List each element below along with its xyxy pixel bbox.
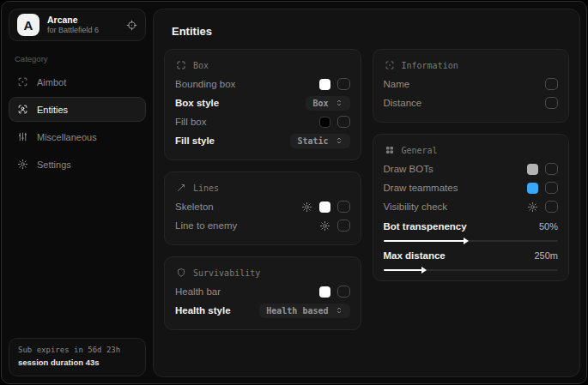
shield-icon	[176, 268, 186, 278]
health-style-dropdown[interactable]: Health based	[259, 304, 349, 318]
chevron-up-down-icon	[335, 99, 343, 107]
survivability-card: Survivability Health bar Health style He…	[164, 256, 361, 330]
health-style-row: Health style Health based	[175, 301, 350, 320]
sidebar-item-entities[interactable]: Entities	[9, 97, 146, 122]
session-duration-text: session duration 43s	[18, 357, 136, 369]
fill-box-checkbox[interactable]	[337, 116, 350, 128]
row-label: Max distance	[384, 250, 446, 261]
name-row: Name	[384, 75, 559, 93]
crosshair-icon[interactable]	[126, 20, 137, 31]
color-swatch[interactable]	[527, 183, 538, 194]
sidebar-item-label: Entities	[37, 105, 68, 115]
gear-icon	[17, 159, 28, 170]
line-to-enemy-gear-icon[interactable]	[319, 220, 330, 232]
sub-expiry-text: Sub expires in 56d 23h	[18, 345, 136, 357]
row-label: Bot transpenency	[384, 221, 467, 232]
bot-transparency-slider[interactable]	[384, 240, 559, 242]
row-label: Box style	[175, 98, 219, 108]
page-title: Entities	[172, 25, 569, 38]
app-window: A Arcane for Battlefield 6 Category Aimb…	[1, 1, 587, 384]
color-swatch[interactable]	[319, 202, 330, 213]
color-swatch[interactable]	[319, 117, 330, 128]
row-label: Visibility check	[384, 202, 448, 212]
distance-checkbox[interactable]	[545, 97, 558, 109]
row-label: Bounding box	[175, 79, 235, 89]
category-label: Category	[15, 54, 140, 63]
row-label: Draw teammates	[384, 183, 458, 193]
bot-transparency-control: Bot transpenency 50%	[384, 218, 559, 242]
row-label: Line to enemy	[175, 220, 237, 231]
color-swatch[interactable]	[319, 286, 330, 298]
chevron-up-down-icon	[335, 136, 343, 145]
subscription-card: Sub expires in 56d 23h session duration …	[9, 338, 146, 376]
box-style-dropdown[interactable]: Box	[306, 96, 349, 111]
skeleton-row: Skeleton	[175, 197, 350, 216]
slider-value: 250m	[534, 250, 558, 261]
fill-style-dropdown[interactable]: Static	[290, 134, 349, 148]
lines-card: Lines Skeleton Line to enem	[164, 171, 361, 245]
sidebar-item-label: Aimbot	[37, 77, 66, 87]
sidebar: A Arcane for Battlefield 6 Category Aimb…	[2, 2, 153, 383]
row-label: Health style	[175, 305, 231, 316]
general-card: General Draw BOTs Draw teammates	[373, 134, 570, 281]
dropdown-value: Box	[312, 99, 328, 108]
draw-bots-row: Draw BOTs	[384, 159, 559, 178]
draw-teammates-row: Draw teammates	[384, 178, 559, 197]
name-checkbox[interactable]	[545, 78, 558, 90]
sliders-icon	[17, 131, 28, 142]
brand-subtitle: for Battlefield 6	[47, 26, 99, 35]
bounding-box-row: Bounding box	[175, 75, 350, 93]
slider-value: 50%	[539, 221, 558, 232]
fill-style-row: Fill style Static	[175, 131, 350, 150]
fill-box-row: Fill box	[175, 112, 350, 131]
sidebar-item-aimbot[interactable]: Aimbot	[9, 69, 146, 94]
sidebar-item-miscellaneous[interactable]: Miscellaneous	[9, 124, 146, 149]
sidebar-item-settings[interactable]: Settings	[9, 152, 146, 177]
visibility-check-checkbox[interactable]	[545, 201, 558, 213]
draw-bots-checkbox[interactable]	[545, 163, 558, 175]
max-distance-control: Max distance 250m	[384, 247, 559, 271]
dropdown-value: Static	[297, 136, 328, 146]
main-panel: Entities Box Bounding box	[153, 9, 580, 377]
brand-card: A Arcane for Battlefield 6	[9, 9, 146, 41]
chevron-up-down-icon	[335, 306, 343, 315]
max-distance-row: Max distance 250m	[384, 247, 559, 264]
dropdown-value: Health based	[266, 306, 328, 316]
row-label: Health bar	[175, 286, 221, 297]
row-label: Name	[384, 79, 410, 89]
box-card: Box Bounding box Box style Box	[164, 49, 361, 160]
skeleton-checkbox[interactable]	[337, 201, 350, 213]
distance-row: Distance	[384, 93, 559, 112]
card-title: Survivability	[193, 268, 260, 278]
visibility-gear-icon[interactable]	[527, 202, 538, 213]
grid-icon	[385, 145, 395, 155]
box-style-row: Box style Box	[175, 93, 350, 112]
row-label: Fill style	[175, 135, 215, 146]
line-to-enemy-checkbox[interactable]	[337, 220, 350, 232]
brand-title: Arcane	[47, 15, 99, 26]
card-title: General	[402, 146, 438, 155]
card-title: Information	[402, 61, 458, 70]
row-label: Draw BOTs	[384, 164, 433, 174]
sidebar-item-label: Settings	[37, 159, 71, 170]
brand-avatar: A	[17, 14, 39, 36]
bounding-box-checkbox[interactable]	[337, 78, 350, 90]
color-swatch[interactable]	[319, 79, 330, 90]
information-card: Information Name Distance	[373, 49, 570, 123]
line-to-enemy-row: Line to enemy	[175, 216, 350, 235]
row-label: Distance	[384, 98, 422, 108]
slider-fill	[384, 240, 468, 242]
card-title: Lines	[193, 183, 219, 193]
health-bar-checkbox[interactable]	[337, 286, 350, 298]
skeleton-gear-icon[interactable]	[301, 202, 312, 213]
max-distance-slider[interactable]	[384, 269, 559, 271]
bot-transparency-row: Bot transpenency 50%	[384, 218, 559, 235]
scan-icon	[385, 60, 395, 70]
row-label: Fill box	[175, 117, 206, 127]
entities-scan-icon	[17, 104, 28, 115]
visibility-check-row: Visibility check	[384, 197, 559, 216]
color-swatch[interactable]	[527, 164, 538, 175]
slider-fill	[384, 269, 426, 271]
box-corners-icon	[176, 60, 186, 70]
draw-teammates-checkbox[interactable]	[545, 182, 558, 194]
